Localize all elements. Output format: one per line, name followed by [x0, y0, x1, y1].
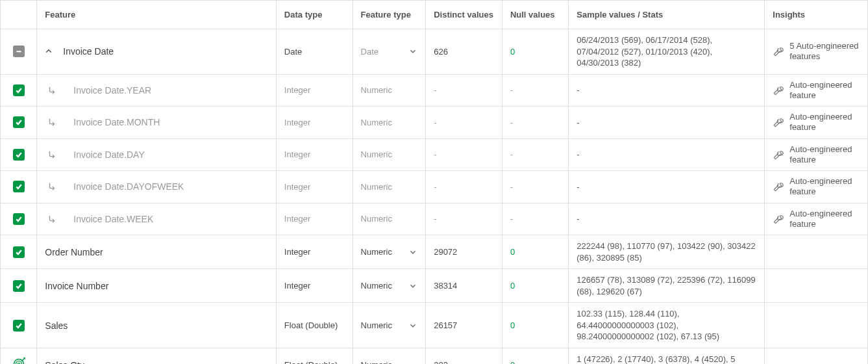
feature-name[interactable]: Sales: [45, 320, 68, 331]
insight-text: Auto-engineered feature: [789, 112, 860, 133]
table-header: Feature Data type Feature type Distinct …: [1, 1, 868, 29]
col-header-insights[interactable]: Insights: [765, 1, 868, 29]
feature-name[interactable]: Sales Qty: [45, 360, 84, 364]
chevron-down-icon: [408, 47, 417, 56]
distinct-values: -: [426, 107, 502, 139]
distinct-values: 26157: [426, 303, 502, 348]
insight-cell: Auto-engineered feature: [765, 74, 868, 107]
null-values: -: [502, 203, 568, 235]
distinct-values: -: [426, 74, 502, 107]
sample-values: -: [569, 74, 765, 107]
sample-values: -: [569, 203, 765, 235]
col-header-feature[interactable]: Feature: [37, 1, 277, 29]
feature-name[interactable]: Invoice Date.WEEK: [73, 214, 153, 224]
insight-cell: [765, 269, 868, 303]
sample-values: 126657 (78), 313089 (72), 225396 (72), 1…: [569, 269, 765, 303]
datatype-cell: Date: [276, 29, 353, 75]
insight-cell: 5 Auto-engineered features: [765, 29, 868, 75]
distinct-values: 29072: [426, 235, 502, 269]
distinct-values: 303: [426, 348, 502, 364]
insight-text: 5 Auto-engineered features: [789, 41, 860, 62]
null-values: -: [502, 107, 568, 139]
feature-name[interactable]: Invoice Number: [45, 281, 108, 291]
featuretype-select: Numeric: [361, 85, 418, 95]
feature-name[interactable]: Invoice Date.MONTH: [73, 117, 160, 127]
featuretype-select[interactable]: Numeric: [361, 247, 418, 257]
checkbox-checked[interactable]: [13, 213, 25, 225]
insight-cell: Auto-engineered feature: [765, 107, 868, 139]
datatype-cell: Integer: [276, 171, 353, 203]
sample-values: 222244 (98), 110770 (97), 103422 (90), 3…: [569, 235, 765, 269]
wrench-icon: [773, 84, 784, 96]
target-icon: [12, 358, 25, 364]
datatype-cell: Integer: [276, 107, 353, 139]
checkbox-indeterminate[interactable]: [13, 46, 25, 57]
checkbox-checked[interactable]: [13, 84, 25, 96]
datatype-cell: Float (Double): [276, 303, 353, 348]
distinct-values: -: [426, 138, 502, 171]
collapse-icon[interactable]: [45, 47, 53, 55]
checkbox-checked[interactable]: [13, 246, 25, 258]
sample-values: -: [569, 138, 765, 171]
null-values: -: [502, 138, 568, 171]
checkbox-checked[interactable]: [13, 280, 25, 292]
featuretype-select[interactable]: Numeric: [361, 281, 418, 291]
insight-text: Auto-engineered feature: [789, 209, 860, 230]
table-row: SalesFloat (Double)Numeric261570102.33 (…: [1, 303, 868, 348]
col-header-sample[interactable]: Sample values / Stats: [569, 1, 765, 29]
insight-text: Auto-engineered feature: [789, 144, 860, 166]
feature-name[interactable]: Invoice Date: [63, 46, 114, 57]
feature-name[interactable]: Invoice Date.YEAR: [73, 85, 151, 96]
featuretype-select: Numeric: [361, 214, 418, 224]
null-values: 0: [502, 269, 568, 303]
chevron-down-icon: [408, 361, 417, 364]
checkbox-checked[interactable]: [13, 181, 25, 192]
col-header-featuretype[interactable]: Feature type: [353, 1, 426, 29]
feature-name[interactable]: Order Number: [45, 247, 103, 257]
wrench-icon: [773, 149, 784, 161]
datatype-cell: Integer: [276, 138, 353, 171]
child-arrow-icon: [47, 182, 56, 191]
insight-cell: Auto-engineered feature: [765, 171, 868, 203]
checkbox-checked[interactable]: [13, 149, 25, 161]
datatype-cell: Float (Double): [276, 348, 353, 364]
feature-name[interactable]: Invoice Date.DAYOFWEEK: [73, 181, 184, 192]
sample-values: 06/24/2013 (569), 06/17/2014 (528), 07/0…: [569, 29, 765, 75]
chevron-down-icon: [408, 281, 417, 291]
insight-cell: Auto-engineered feature: [765, 203, 868, 235]
distinct-values: 38314: [426, 269, 502, 303]
checkbox-checked[interactable]: [13, 320, 25, 332]
featuretype-select[interactable]: Date: [361, 47, 418, 57]
distinct-values: 626: [426, 29, 502, 75]
col-header-distinct[interactable]: Distinct values: [426, 1, 502, 29]
datatype-cell: Integer: [276, 235, 353, 269]
feature-name[interactable]: Invoice Date.DAY: [73, 150, 144, 160]
sample-values: -: [569, 171, 765, 203]
featuretype-select[interactable]: Numeric: [361, 360, 418, 364]
null-values: -: [502, 74, 568, 107]
chevron-down-icon: [408, 248, 417, 257]
table-row: Invoice DateDateDate626006/24/2013 (569)…: [1, 29, 868, 75]
child-arrow-icon: [47, 86, 56, 95]
null-values: 0: [502, 235, 568, 269]
datatype-cell: Integer: [276, 203, 353, 235]
col-header-null[interactable]: Null values: [502, 1, 568, 29]
distinct-values: -: [426, 171, 502, 203]
col-header-datatype[interactable]: Data type: [276, 1, 353, 29]
table-row: Sales QtyFloat (Double)Numeric30301 (472…: [1, 348, 868, 364]
svg-rect-0: [16, 51, 21, 53]
svg-line-4: [21, 358, 25, 361]
null-values: 0: [502, 303, 568, 348]
checkbox-checked[interactable]: [13, 116, 25, 128]
null-values: 0: [502, 29, 568, 75]
insight-text: Auto-engineered feature: [789, 80, 860, 101]
wrench-icon: [773, 181, 784, 192]
wrench-icon: [773, 46, 784, 57]
child-arrow-icon: [47, 150, 56, 159]
insight-cell: Auto-engineered feature: [765, 138, 868, 171]
featuretype-select: Numeric: [361, 182, 418, 192]
child-arrow-icon: [47, 214, 56, 224]
featuretype-select[interactable]: Numeric: [361, 320, 418, 330]
datatype-cell: Integer: [276, 269, 353, 303]
sample-values: 1 (47226), 2 (17740), 3 (6378), 4 (4520)…: [569, 348, 765, 364]
